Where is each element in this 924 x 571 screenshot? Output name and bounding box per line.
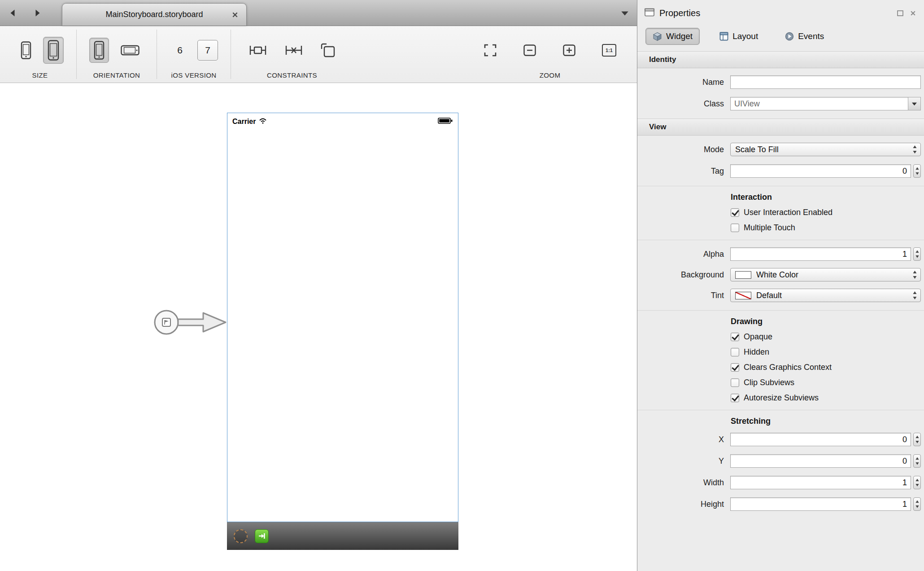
view-controller-scene[interactable]: Carrier: [227, 113, 458, 550]
tag-stepper[interactable]: [913, 164, 921, 178]
checkbox-hidden[interactable]: [731, 348, 739, 356]
size-iphone-tall-icon[interactable]: [43, 37, 64, 64]
zoom-actual-size-icon[interactable]: 1:1: [597, 41, 621, 60]
popup-arrows-icon: [911, 290, 919, 301]
background-row: Background White Color: [637, 264, 924, 285]
orientation-group-label: ORIENTATION: [93, 71, 140, 79]
tag-row: Tag: [637, 160, 924, 182]
tab-overflow-icon[interactable]: [621, 10, 629, 16]
stretch-width-stepper[interactable]: [913, 476, 921, 489]
alpha-input[interactable]: [730, 247, 911, 261]
stretch-width-row: Width: [637, 472, 924, 493]
scene-dock: [227, 522, 458, 550]
checkbox-autoresize-subviews[interactable]: [731, 394, 739, 402]
ios-version-7-button[interactable]: 7: [197, 40, 218, 61]
zoom-in-icon[interactable]: [558, 41, 580, 60]
editor-pane: MainStoryboard.storyboard: [0, 0, 637, 571]
tint-row: Tint Default: [637, 285, 924, 306]
checkbox-label: Hidden: [744, 347, 769, 357]
constraint-edges-icon[interactable]: [315, 39, 340, 61]
stretching-group: Stretching X Y Width: [637, 410, 924, 519]
checkbox-row: Hidden: [637, 344, 924, 360]
designer-toolbar: SIZE ORIENTATION 6 7: [0, 26, 637, 83]
mode-row: Mode Scale To Fill: [637, 139, 924, 160]
background-color-swatch: [735, 271, 751, 279]
zoom-out-icon[interactable]: [519, 41, 541, 60]
properties-title: Properties: [659, 8, 700, 18]
first-responder-icon[interactable]: [234, 529, 248, 543]
editor-tab-bar: MainStoryboard.storyboard: [0, 0, 637, 26]
tab-layout[interactable]: Layout: [712, 28, 765, 45]
stretch-height-stepper[interactable]: [913, 497, 921, 511]
tab-events[interactable]: Events: [778, 28, 831, 45]
tab-widget[interactable]: Widget: [645, 28, 700, 45]
back-icon[interactable]: [8, 9, 17, 18]
class-row: Class UIView: [637, 93, 924, 114]
alpha-label: Alpha: [637, 250, 730, 259]
size-group-label: SIZE: [32, 71, 48, 79]
checkbox-row: User Interaction Enabled: [637, 205, 924, 220]
nav-arrows: [0, 0, 50, 26]
initial-view-controller-arrow[interactable]: [150, 306, 229, 338]
orientation-group: ORIENTATION: [77, 26, 157, 83]
tab-mainstoryboard[interactable]: MainStoryboard.storyboard: [62, 3, 247, 26]
background-select[interactable]: White Color: [730, 268, 921, 281]
class-value: UIView: [731, 97, 908, 110]
alpha-stepper[interactable]: [913, 247, 921, 261]
stretch-y-stepper[interactable]: [913, 454, 921, 468]
checkbox-clip-subviews[interactable]: [731, 378, 739, 387]
checkbox-user-interaction-enabled[interactable]: [731, 208, 739, 217]
name-label: Name: [637, 78, 730, 87]
stretch-x-input[interactable]: [730, 433, 911, 446]
name-input[interactable]: [730, 75, 921, 89]
tint-select[interactable]: Default: [730, 289, 921, 302]
class-combobox[interactable]: UIView: [730, 97, 921, 110]
checkbox-opaque[interactable]: [731, 333, 739, 341]
checkbox-row: Multiple Touch: [637, 220, 924, 235]
ios-version-6-button[interactable]: 6: [170, 40, 190, 61]
stretch-y-input[interactable]: [730, 454, 911, 468]
exit-segue-icon[interactable]: [255, 529, 269, 543]
ios-version-group: 6 7 iOS VERSION: [157, 26, 231, 83]
zoom-actual-size-label: 1:1: [606, 48, 613, 53]
tint-value: Default: [756, 291, 911, 300]
properties-panel-icon: [645, 8, 654, 18]
stretch-x-stepper[interactable]: [913, 433, 921, 446]
forward-icon[interactable]: [33, 9, 42, 18]
zoom-fit-icon[interactable]: [479, 40, 501, 60]
orientation-portrait-icon[interactable]: [89, 38, 109, 63]
tab-close-icon[interactable]: [231, 11, 239, 19]
designer-window: MainStoryboard.storyboard: [0, 0, 924, 571]
checkbox-clears-graphics-context[interactable]: [731, 363, 739, 372]
view-section: Mode Scale To Fill Tag: [637, 136, 924, 186]
widget-cube-icon: [653, 32, 662, 41]
tab-widget-label: Widget: [666, 31, 693, 41]
size-group: SIZE: [4, 26, 76, 83]
checkbox-row: Clip Subviews: [637, 375, 924, 390]
size-iphone-small-icon[interactable]: [16, 38, 36, 62]
checkbox-multiple-touch[interactable]: [731, 224, 739, 232]
combo-arrow-icon[interactable]: [908, 97, 920, 110]
events-icon: [785, 32, 794, 41]
layout-icon: [719, 32, 728, 41]
drawing-header: Drawing: [637, 314, 924, 329]
stretch-width-input[interactable]: [730, 476, 911, 489]
constraint-spacing-icon[interactable]: [279, 39, 308, 61]
tag-input[interactable]: [730, 164, 911, 178]
close-panel-icon[interactable]: [909, 9, 917, 17]
collapse-panel-icon[interactable]: [896, 9, 904, 17]
interaction-header: Interaction: [637, 190, 924, 205]
constraint-width-icon[interactable]: [244, 39, 272, 61]
background-label: Background: [637, 270, 730, 280]
storyboard-canvas[interactable]: Carrier: [0, 83, 637, 571]
properties-body: Identity Name Class UIView View: [637, 51, 924, 571]
stretch-height-input[interactable]: [730, 497, 911, 511]
checkbox-row: Clears Graphics Context: [637, 360, 924, 375]
toolbar-spacer: [353, 26, 466, 83]
checkbox-label: Autoresize Subviews: [744, 393, 819, 403]
uiview-canvas[interactable]: Carrier: [227, 113, 458, 522]
carrier-label: Carrier: [232, 118, 256, 126]
wifi-icon: [259, 118, 267, 126]
orientation-landscape-icon[interactable]: [116, 42, 144, 59]
mode-select[interactable]: Scale To Fill: [730, 143, 921, 156]
